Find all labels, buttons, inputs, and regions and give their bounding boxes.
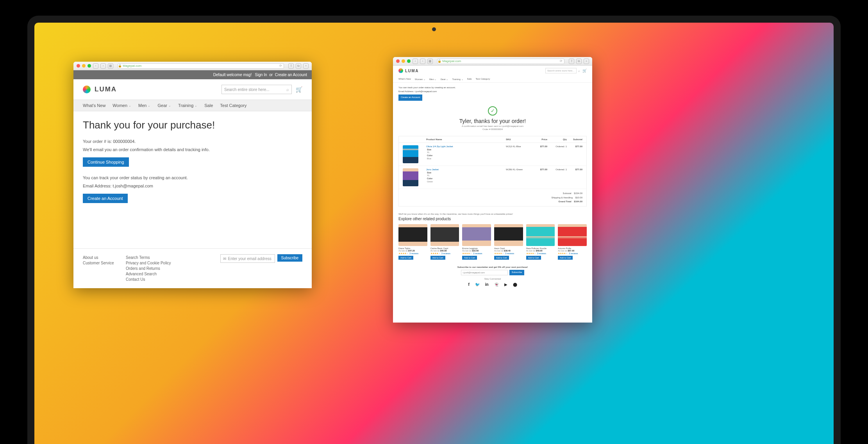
product-name-link[interactable]: Olivia 1/4 Zip Light Jacket (426, 145, 453, 148)
search-icon[interactable]: ⌕ (578, 69, 580, 73)
footer-link-search-terms[interactable]: Search Terms (126, 255, 184, 260)
product-name-link[interactable]: Juno Jacket (426, 168, 439, 171)
forward-button[interactable]: › (100, 63, 106, 69)
back-button[interactable]: ‹ (93, 63, 98, 69)
nav-sale[interactable]: Sale (467, 78, 472, 80)
product-card[interactable]: Carina Basic Capri As low as $40.80 ★★★★… (430, 224, 459, 260)
linkedin-icon[interactable]: in (485, 282, 489, 287)
create-account-link[interactable]: Create an Account (275, 73, 307, 77)
share-button[interactable]: ⇪ (569, 59, 574, 64)
reviews-link[interactable]: 3 reviews (473, 252, 482, 255)
explore-section: We'll let you know when it's on the way.… (393, 210, 592, 263)
nav-sale[interactable]: Sale (204, 103, 213, 108)
nav-gear[interactable]: Gear ⌄ (440, 78, 448, 80)
product-image[interactable] (494, 224, 523, 246)
new-tab-button[interactable]: + (584, 59, 589, 64)
github-icon[interactable]: ⬤ (513, 282, 517, 287)
tabs-button[interactable]: ⧉ (296, 63, 301, 69)
twitter-icon[interactable]: 🐦 (475, 282, 480, 287)
product-card[interactable]: Hera Pullover Hoodie As low as $48.00 ★★… (526, 224, 555, 260)
snapchat-icon[interactable]: 👻 (494, 282, 499, 287)
address-bar[interactable]: 🔒 Magepal.com⟳ (437, 59, 564, 64)
product-card[interactable]: Emma Leggings As low as $33.60 ★★★★★3 re… (462, 224, 491, 260)
nav-training[interactable]: Training⌄ (178, 103, 197, 108)
continue-shopping-button[interactable]: Continue Shopping (83, 157, 129, 167)
luma-logo-icon[interactable] (398, 68, 403, 73)
nav-test-category[interactable]: Test Category (476, 78, 490, 80)
product-image[interactable] (430, 224, 459, 246)
footer-link-contact[interactable]: Contact Us (126, 277, 184, 282)
footer-link-privacy[interactable]: Privacy and Cookie Policy (126, 261, 184, 265)
add-to-cart-button[interactable]: Add to Cart (398, 256, 413, 260)
back-button[interactable]: ‹ (413, 59, 418, 64)
main-nav: What's New Women⌄ Men⌄ Gear⌄ Training⌄ S… (73, 100, 312, 111)
luma-logo-icon[interactable] (83, 86, 91, 93)
nav-women[interactable]: Women⌄ (113, 103, 131, 108)
nav-men[interactable]: Men⌄ (138, 103, 150, 108)
product-card[interactable]: Diana Tights As low as $47.20 ★★★★★3 rev… (398, 224, 427, 260)
reload-icon[interactable]: ⟳ (279, 64, 282, 68)
minimize-icon[interactable] (82, 64, 86, 68)
nav-whats-new[interactable]: What's New (398, 78, 411, 80)
share-button[interactable]: ⇪ (288, 63, 294, 69)
nav-test-category[interactable]: Test Category (220, 103, 246, 108)
reviews-link[interactable]: 3 reviews (505, 252, 514, 255)
reviews-link[interactable]: 3 reviews (409, 252, 418, 255)
product-image[interactable] (403, 168, 418, 186)
product-card[interactable]: Aeon Capri As low as $38.40 ★★★★★3 revie… (494, 224, 523, 260)
reload-icon[interactable]: ⟳ (560, 59, 563, 63)
youtube-icon[interactable]: ▶ (504, 282, 507, 287)
nav-whats-new[interactable]: What's New (83, 103, 105, 108)
tabs-button[interactable]: ⧉ (576, 59, 582, 64)
add-to-cart-button[interactable]: Add to Cart (558, 256, 573, 260)
reviews-link[interactable]: 3 reviews (537, 252, 546, 255)
sign-in-link[interactable]: Sign In (255, 73, 267, 77)
search-input[interactable]: Search entire store here...⌕ (221, 85, 292, 94)
reviews-link[interactable]: 3 reviews (441, 252, 450, 255)
success-content: Thank you for your purchase! Your order … (73, 111, 312, 214)
table-row: Juno Jacket SizeXLColorGreen WJ06-XL-Gre… (399, 166, 586, 189)
sidebar-button[interactable]: ▦ (427, 59, 433, 64)
subscribe-button[interactable]: Subscribe (509, 270, 525, 275)
newsletter-input[interactable]: t.josh@magepal.com (461, 270, 508, 275)
brand-name[interactable]: LUMA (405, 69, 419, 73)
maximize-icon[interactable] (88, 64, 91, 68)
facebook-icon[interactable]: f (468, 282, 469, 287)
minimize-icon[interactable] (402, 59, 405, 63)
product-image[interactable] (558, 224, 587, 246)
reviews-link[interactable]: 3 reviews (569, 252, 578, 255)
close-icon[interactable] (77, 64, 80, 68)
product-card[interactable]: Autumn Pullie As low as $57.00 ★★★★★3 re… (558, 224, 587, 260)
new-tab-button[interactable]: + (303, 63, 309, 69)
footer-link-advanced-search[interactable]: Advanced Search (126, 272, 184, 276)
nav-gear[interactable]: Gear⌄ (157, 103, 171, 108)
footer-link-orders-returns[interactable]: Orders and Returns (126, 266, 184, 271)
nav-men[interactable]: Men ⌄ (429, 78, 436, 80)
add-to-cart-button[interactable]: Add to Cart (494, 256, 509, 260)
cart-icon[interactable]: 🛒 (296, 86, 302, 93)
search-icon[interactable]: ⌕ (286, 87, 289, 92)
nav-women[interactable]: Women ⌄ (415, 78, 425, 80)
maximize-icon[interactable] (407, 59, 411, 63)
subscribe-button[interactable]: Subscribe (277, 254, 302, 262)
product-image[interactable] (403, 145, 418, 163)
search-input[interactable]: Search entire store here... (545, 68, 577, 73)
add-to-cart-button[interactable]: Add to Cart (430, 256, 445, 260)
nav-training[interactable]: Training ⌄ (452, 78, 463, 80)
forward-button[interactable]: › (420, 59, 425, 64)
product-image[interactable] (398, 224, 427, 246)
create-account-button[interactable]: Create an Account (83, 194, 128, 203)
create-account-button[interactable]: Create an Account (398, 95, 422, 101)
close-icon[interactable] (396, 59, 400, 63)
footer-link-about[interactable]: About us (83, 255, 126, 260)
brand-name[interactable]: LUMA (95, 86, 117, 93)
add-to-cart-button[interactable]: Add to Cart (526, 256, 541, 260)
add-to-cart-button[interactable]: Add to Cart (462, 256, 477, 260)
cart-icon[interactable]: 🛒 (582, 69, 587, 73)
address-bar[interactable]: 🔒 Magepal.com⟳ (118, 63, 284, 69)
footer-link-customer-service[interactable]: Customer Service (83, 261, 126, 265)
product-image[interactable] (462, 224, 491, 246)
product-image[interactable] (526, 224, 555, 246)
sidebar-button[interactable]: ▦ (108, 63, 113, 69)
newsletter-input[interactable]: ✉Enter your email address (220, 254, 275, 263)
